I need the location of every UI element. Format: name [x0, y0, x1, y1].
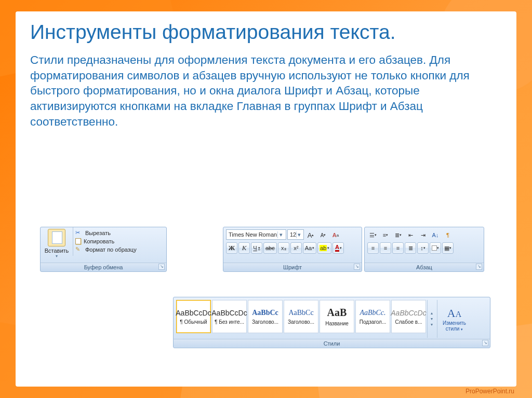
style-sample: AaBbCc	[288, 309, 313, 317]
highlight-button[interactable]: ab▾	[317, 242, 331, 254]
format-painter-button[interactable]: ✎ Формат по образцу	[75, 246, 164, 253]
style-tile[interactable]: AaBbCcЗаголово...	[248, 300, 283, 333]
style-tile[interactable]: AaBНазвание	[320, 300, 354, 333]
style-tile[interactable]: AaBbCcDc¶ Без инте...	[212, 300, 247, 333]
change-styles-button[interactable]: AAИзменить стили ▾	[437, 300, 471, 338]
styles-expand[interactable]: ▴▾▾	[427, 300, 436, 338]
styles-launcher-icon[interactable]: ↘	[482, 340, 488, 346]
align-left-button[interactable]: ≡	[367, 242, 379, 254]
bullets-button[interactable]: ☰▾	[367, 229, 379, 241]
style-name: ¶ Без инте...	[215, 319, 244, 325]
sort-button[interactable]: A↓	[430, 229, 441, 241]
change-styles-icon: AA	[447, 307, 461, 320]
font-name-value: Times New Roman	[229, 231, 277, 238]
change-styles-label: Изменить стили ▾	[437, 320, 471, 332]
format-painter-label: Формат по образцу	[85, 246, 137, 253]
numbering-button[interactable]: ≡▾	[380, 229, 391, 241]
indent-inc-button[interactable]: ⇥	[417, 229, 429, 241]
cut-button[interactable]: ✂ Вырезать	[75, 229, 164, 237]
para-launcher-icon[interactable]: ↘	[476, 264, 482, 270]
style-name: Заголово...	[288, 319, 314, 325]
copy-button[interactable]: Копировать	[75, 238, 164, 244]
style-sample: AaBbCcDc	[391, 309, 426, 317]
style-sample: AaBbCcDc	[176, 309, 211, 317]
cut-label: Вырезать	[85, 230, 111, 236]
style-name: Заголово...	[252, 319, 278, 325]
slide-card: Инструменты форматирования текста. Стили…	[16, 11, 516, 387]
style-tile[interactable]: AaBbCcDcСлабое в...	[391, 300, 426, 333]
style-tile[interactable]: AaBbCc.Подзагол...	[355, 300, 390, 333]
font-group-label: Шрифт	[223, 263, 362, 271]
font-size-combo[interactable]: 12 ▾	[287, 229, 304, 240]
style-sample: AaBbCc.	[360, 309, 385, 317]
brush-icon: ✎	[75, 246, 83, 253]
ribbon-font: Times New Roman ▾ 12 ▾ A▴ A▾ Aa Ж К Ч▾ a…	[223, 227, 362, 272]
font-launcher-icon[interactable]: ↘	[354, 264, 360, 270]
font-name-combo[interactable]: Times New Roman ▾	[226, 229, 286, 240]
grow-font-button[interactable]: A▴	[305, 229, 316, 241]
style-name: ¶ Обычный	[180, 319, 207, 325]
paste-icon	[48, 229, 65, 246]
style-sample: AaBbCcDc	[211, 309, 247, 317]
indent-dec-button[interactable]: ⇤	[405, 229, 416, 241]
justify-button[interactable]: ≣	[405, 242, 416, 254]
paste-button[interactable]: Вставить ▾	[41, 227, 73, 263]
align-right-button[interactable]: ≡	[392, 242, 404, 254]
style-name: Подзагол...	[360, 319, 386, 325]
strike-button[interactable]: abc	[263, 242, 277, 254]
style-sample: AaB	[327, 307, 347, 319]
para-group-label: Абзац	[365, 263, 484, 271]
line-spacing-button[interactable]: ↕▾	[417, 242, 429, 254]
italic-button[interactable]: К	[238, 242, 250, 254]
copy-label: Копировать	[84, 238, 114, 244]
shrink-font-button[interactable]: A▾	[317, 229, 329, 241]
superscript-button[interactable]: x²	[290, 242, 302, 254]
styles-group-label: Стили	[174, 339, 490, 347]
align-center-button[interactable]: ≡	[380, 242, 391, 254]
borders-button[interactable]: ▦▾	[442, 242, 454, 254]
font-color-button[interactable]: A▾	[332, 242, 344, 254]
ribbon-paragraph: ☰▾ ≡▾ ≣▾ ⇤ ⇥ A↓ ¶ ≡ ≡ ≡ ≣ ↕▾ ▾ ▦▾ Абзац …	[364, 227, 484, 272]
watermark: ProPowerPoint.ru	[466, 388, 514, 395]
style-tile[interactable]: AaBbCcЗаголово...	[284, 300, 318, 333]
subscript-button[interactable]: x₂	[278, 242, 289, 254]
clear-format-button[interactable]: Aa	[330, 229, 341, 241]
scissors-icon: ✂	[75, 229, 83, 237]
multilevel-button[interactable]: ≣▾	[392, 229, 404, 241]
font-size-value: 12	[290, 231, 296, 238]
style-tile[interactable]: AaBbCcDc¶ Обычный	[176, 300, 211, 333]
style-name: Название	[325, 321, 349, 326]
style-sample: AaBbCc	[252, 309, 278, 317]
clipboard-launcher-icon[interactable]: ↘	[158, 264, 165, 270]
paste-label: Вставить	[45, 248, 69, 254]
ribbon-clipboard: Вставить ▾ ✂ Вырезать Копировать ✎ Форма…	[40, 227, 167, 272]
underline-button[interactable]: Ч▾	[251, 242, 262, 254]
slide-body: Стили предназначены для оформления текст…	[30, 52, 498, 129]
shading-button[interactable]: ▾	[430, 242, 441, 254]
ribbon-styles: AaBbCcDc¶ ОбычныйAaBbCcDc¶ Без инте...Aa…	[173, 297, 490, 348]
bold-button[interactable]: Ж	[226, 242, 237, 254]
slide-title: Инструменты форматирования текста.	[30, 21, 502, 44]
clipboard-group-label: Буфер обмена	[41, 263, 166, 271]
change-case-button[interactable]: Aa▾	[303, 242, 316, 254]
style-name: Слабое в...	[395, 319, 422, 325]
show-marks-button[interactable]: ¶	[442, 229, 454, 241]
copy-icon	[75, 238, 81, 244]
